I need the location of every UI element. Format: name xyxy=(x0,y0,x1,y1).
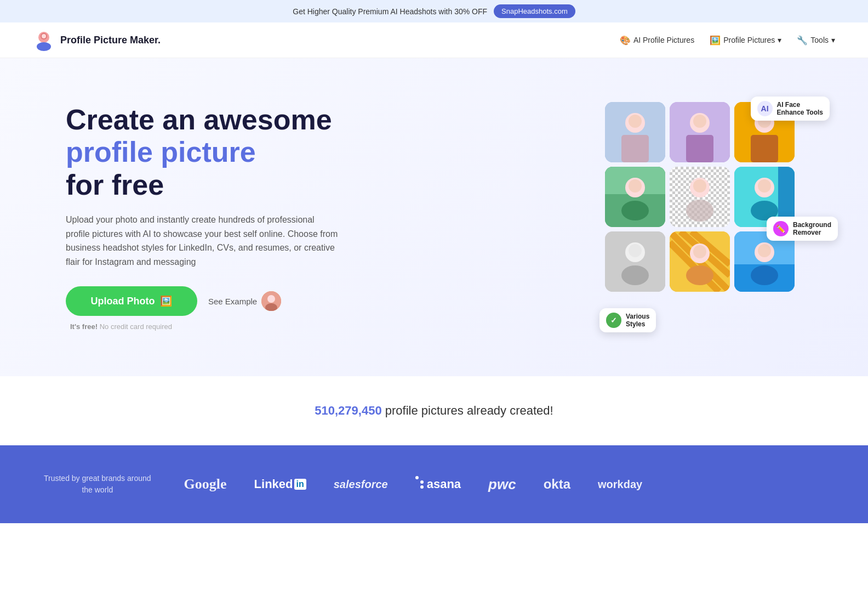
various-styles-badge: ✓ VariousStyles xyxy=(599,308,656,332)
bg-remover-badge: ✏️ BackgroundRemover xyxy=(767,217,838,241)
nav-profile-pics-label: Profile Pictures xyxy=(723,36,775,44)
svg-point-33 xyxy=(693,179,706,192)
styles-badge-icon: ✓ xyxy=(606,313,621,328)
see-example-label: See Example xyxy=(208,297,257,306)
asana-dot-1 xyxy=(415,476,419,479)
svg-rect-16 xyxy=(686,135,713,162)
hero-description: Upload your photo and instantly create h… xyxy=(66,213,340,269)
hero-title-line1: Create an awesome xyxy=(66,104,332,135)
trusted-section: Trusted by great brands aroundthe world … xyxy=(0,445,868,523)
its-free-text: It's free! xyxy=(70,322,98,331)
tools-dropdown-icon: ▾ xyxy=(831,36,835,44)
svg-point-55 xyxy=(758,244,771,257)
upload-photo-button[interactable]: Upload Photo 🖼️ xyxy=(66,286,197,316)
brands-list: Google Linked in salesforce asana pwc ok… xyxy=(184,476,643,493)
stats-count: 510,279,450 xyxy=(315,404,381,417)
photo-cell-1-3 xyxy=(605,231,665,292)
profile-pics-dropdown-icon: ▾ xyxy=(778,36,781,44)
svg-point-2 xyxy=(37,42,51,51)
ai-badge-text: AI FaceEnhance Tools xyxy=(777,101,823,116)
okta-logo: okta xyxy=(544,477,570,492)
trusted-label-text: Trusted by great brands aroundthe world xyxy=(44,474,151,494)
main-nav: 🎨 AI Profile Pictures 🖼️ Profile Picture… xyxy=(620,35,835,46)
hero-title-line2: profile picture xyxy=(66,136,256,168)
svg-point-41 xyxy=(621,265,649,285)
svg-point-10 xyxy=(629,115,642,128)
ai-badge-icon: AI xyxy=(757,101,773,116)
cta-row: Upload Photo 🖼️ See Example xyxy=(66,286,340,316)
profile-pics-icon: 🖼️ xyxy=(710,35,721,46)
banner-cta[interactable]: SnapHeadshots.com xyxy=(494,4,575,18)
svg-point-54 xyxy=(751,265,778,285)
stats-section: 510,279,450 profile pictures already cre… xyxy=(0,376,868,445)
linkedin-logo: Linked in xyxy=(254,477,306,491)
svg-point-42 xyxy=(629,244,642,257)
asana-logo: asana xyxy=(415,477,461,491)
photo-cell-1-2 xyxy=(605,167,665,227)
svg-point-38 xyxy=(758,179,771,192)
example-avatar xyxy=(261,291,281,311)
nav-ai-profile[interactable]: 🎨 AI Profile Pictures xyxy=(620,35,694,46)
svg-point-32 xyxy=(686,200,713,222)
top-banner: Get Higher Quality Premium AI Headshots … xyxy=(0,0,868,22)
nav-ai-profile-label: AI Profile Pictures xyxy=(633,36,694,44)
linkedin-in: in xyxy=(294,479,306,490)
upload-button-label: Upload Photo xyxy=(91,296,155,307)
svg-rect-11 xyxy=(621,135,649,162)
tools-icon: 🔧 xyxy=(797,35,808,46)
pwc-logo: pwc xyxy=(488,476,516,493)
svg-point-3 xyxy=(42,34,46,38)
no-credit-text: No credit card required xyxy=(100,322,172,331)
nav-tools-label: Tools xyxy=(810,36,829,44)
svg-point-50 xyxy=(686,265,713,285)
svg-rect-21 xyxy=(751,135,778,162)
asana-text: asana xyxy=(427,477,461,491)
linkedin-text: Linked xyxy=(254,477,293,491)
logo-text: Profile Picture Maker. xyxy=(60,35,161,46)
photo-cell-1-1 xyxy=(605,102,665,162)
hero-title: Create an awesome profile picture for fr… xyxy=(66,104,340,202)
ai-face-badge: AI AI FaceEnhance Tools xyxy=(751,97,830,121)
hero-left: Create an awesome profile picture for fr… xyxy=(66,104,340,331)
svg-point-15 xyxy=(693,115,706,128)
svg-point-5 xyxy=(267,295,275,303)
photo-cell-2-1 xyxy=(670,102,730,162)
logo-area[interactable]: Profile Picture Maker. xyxy=(33,29,161,51)
workday-logo: workday xyxy=(598,478,642,491)
ai-profile-icon: 🎨 xyxy=(620,35,631,46)
svg-point-26 xyxy=(629,179,642,192)
upload-icon: 🖼️ xyxy=(160,295,172,307)
trusted-label: Trusted by great brands aroundthe world xyxy=(44,473,151,496)
stats-text: profile pictures already created! xyxy=(385,404,553,417)
hero-section: Create an awesome profile picture for fr… xyxy=(0,58,868,376)
photo-cell-2-3 xyxy=(670,231,730,292)
asana-dot-2 xyxy=(420,480,424,484)
photo-cell-2-2 xyxy=(670,167,730,227)
free-note: It's free! No credit card required xyxy=(70,322,340,331)
hero-title-line3: for free xyxy=(66,169,164,201)
nav-profile-pics[interactable]: 🖼️ Profile Pictures ▾ xyxy=(710,35,781,46)
salesforce-logo: salesforce xyxy=(334,478,388,491)
photo-grid xyxy=(605,102,813,292)
hero-right: AI AI FaceEnhance Tools ✏️ BackgroundRem… xyxy=(605,102,813,332)
asana-dots xyxy=(415,480,424,489)
bg-badge-text: BackgroundRemover xyxy=(793,221,831,236)
header: Profile Picture Maker. 🎨 AI Profile Pict… xyxy=(0,22,868,58)
google-logo: Google xyxy=(184,476,227,492)
asana-dot-3 xyxy=(420,485,424,489)
see-example-link[interactable]: See Example xyxy=(208,291,281,311)
nav-tools[interactable]: 🔧 Tools ▾ xyxy=(797,35,835,46)
svg-point-25 xyxy=(621,201,649,220)
styles-badge-text: VariousStyles xyxy=(626,313,649,328)
bg-badge-icon: ✏️ xyxy=(773,221,789,236)
logo-icon xyxy=(33,29,55,51)
svg-point-49 xyxy=(693,245,706,258)
banner-text: Get Higher Quality Premium AI Headshots … xyxy=(293,7,487,16)
